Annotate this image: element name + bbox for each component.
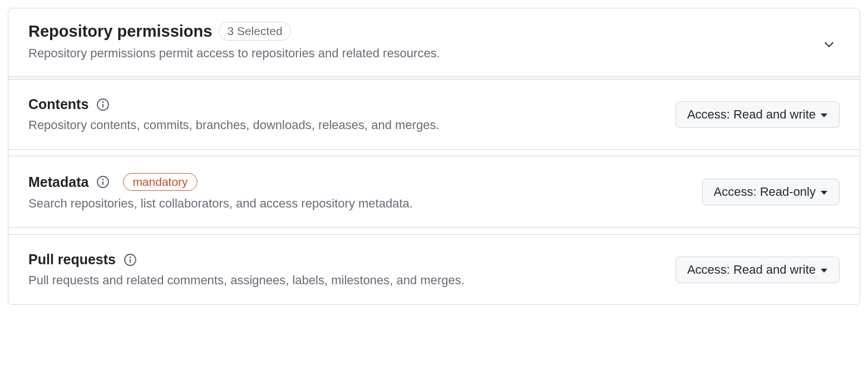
info-icon[interactable]	[124, 253, 137, 266]
row-divider	[8, 150, 860, 156]
permission-row-contents: Contents Repository contents, commits, b…	[8, 80, 860, 150]
permission-description: Search repositories, list collaborators,…	[28, 196, 413, 211]
section-description: Repository permissions permit access to …	[28, 46, 440, 61]
permissions-header[interactable]: Repository permissions 3 Selected Reposi…	[8, 8, 860, 77]
svg-point-1	[102, 101, 104, 103]
svg-point-7	[130, 256, 131, 258]
access-label: Access: Read and write	[687, 263, 816, 277]
permission-title-row: Metadata mandatory	[28, 173, 413, 191]
permission-title: Contents	[28, 96, 88, 112]
access-label: Access: Read-only	[714, 185, 816, 199]
permission-info: Pull requests Pull requests and related …	[28, 251, 465, 288]
svg-rect-8	[130, 259, 131, 263]
permissions-panel: Repository permissions 3 Selected Reposi…	[8, 8, 860, 305]
chevron-down-icon	[823, 43, 835, 52]
header-title-row: Repository permissions 3 Selected	[28, 22, 440, 41]
caret-down-icon	[820, 185, 828, 199]
permission-title-row: Pull requests	[28, 251, 465, 268]
svg-point-4	[102, 179, 104, 180]
collapse-toggle[interactable]	[823, 22, 840, 53]
permission-title: Pull requests	[28, 251, 116, 268]
access-label: Access: Read and write	[687, 107, 816, 122]
access-dropdown-contents[interactable]: Access: Read and write	[675, 101, 840, 128]
mandatory-badge: mandatory	[123, 173, 197, 191]
permission-info: Metadata mandatory Search repositories, …	[28, 173, 413, 211]
info-icon[interactable]	[96, 98, 110, 111]
permission-description: Pull requests and related comments, assi…	[28, 273, 465, 288]
permission-description: Repository contents, commits, branches, …	[28, 118, 440, 132]
permission-title-row: Contents	[28, 96, 440, 112]
caret-down-icon	[820, 263, 828, 277]
permission-info: Contents Repository contents, commits, b…	[28, 96, 440, 132]
header-content: Repository permissions 3 Selected Reposi…	[28, 22, 440, 61]
permission-row-metadata: Metadata mandatory Search repositories, …	[8, 156, 860, 228]
selected-count-badge: 3 Selected	[219, 22, 290, 41]
access-dropdown-pull-requests[interactable]: Access: Read and write	[675, 256, 840, 283]
section-title: Repository permissions	[28, 22, 212, 41]
permission-row-pull-requests: Pull requests Pull requests and related …	[8, 235, 860, 304]
svg-rect-2	[102, 103, 103, 107]
caret-down-icon	[820, 107, 828, 122]
permission-title: Metadata	[28, 174, 88, 190]
info-icon[interactable]	[96, 175, 110, 189]
svg-rect-5	[102, 181, 103, 185]
row-divider	[8, 228, 860, 235]
access-dropdown-metadata[interactable]: Access: Read-only	[702, 179, 840, 205]
